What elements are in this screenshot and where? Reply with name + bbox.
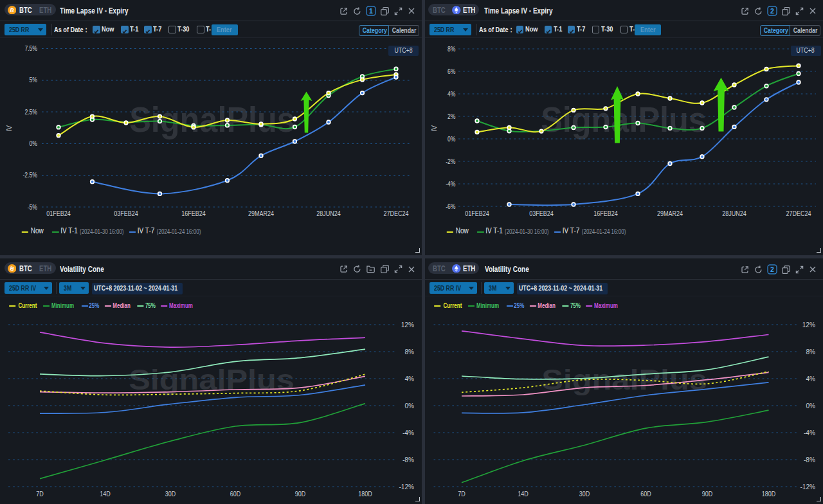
svg-text:2%: 2% bbox=[448, 113, 455, 120]
svg-text:-8%: -8% bbox=[402, 456, 414, 464]
svg-text:-5%: -5% bbox=[28, 203, 37, 211]
svg-text:7.5%: 7.5% bbox=[24, 44, 37, 52]
svg-text:-2.5%: -2.5% bbox=[23, 171, 38, 179]
svg-text:4%: 4% bbox=[404, 375, 414, 382]
svg-text:8%: 8% bbox=[806, 348, 815, 356]
svg-text:2: 2 bbox=[770, 7, 774, 15]
svg-text:14D: 14D bbox=[518, 490, 529, 498]
svg-text:03FEB24: 03FEB24 bbox=[114, 210, 138, 217]
svg-text:2.5%: 2.5% bbox=[24, 108, 37, 116]
svg-text:-4%: -4% bbox=[446, 180, 455, 188]
svg-text:IV: IV bbox=[430, 125, 438, 132]
svg-text:29MAR24: 29MAR24 bbox=[248, 210, 274, 217]
svg-text:16FEB24: 16FEB24 bbox=[181, 210, 206, 217]
svg-text:180D: 180D bbox=[358, 490, 372, 498]
svg-text:180D: 180D bbox=[762, 490, 776, 498]
svg-text:-12%: -12% bbox=[800, 483, 815, 491]
svg-text:7D: 7D bbox=[458, 490, 466, 498]
svg-text:-12%: -12% bbox=[399, 483, 414, 491]
svg-text:-6%: -6% bbox=[446, 203, 455, 210]
svg-text:01FEB24: 01FEB24 bbox=[46, 210, 71, 217]
svg-text:0%: 0% bbox=[806, 402, 815, 410]
svg-text:29MAR24: 29MAR24 bbox=[657, 210, 683, 217]
svg-text:14D: 14D bbox=[100, 490, 111, 498]
svg-text:-4%: -4% bbox=[402, 429, 414, 437]
svg-text:16FEB24: 16FEB24 bbox=[593, 210, 618, 217]
svg-text:-2%: -2% bbox=[446, 158, 455, 165]
svg-text:60D: 60D bbox=[640, 490, 651, 498]
svg-text:27DEC24: 27DEC24 bbox=[786, 210, 811, 217]
svg-text:28JUN24: 28JUN24 bbox=[316, 210, 341, 217]
svg-text:IV: IV bbox=[5, 125, 13, 132]
svg-text:4%: 4% bbox=[806, 375, 815, 382]
svg-text:60D: 60D bbox=[230, 490, 241, 498]
svg-text:90D: 90D bbox=[702, 490, 713, 498]
svg-text:01FEB24: 01FEB24 bbox=[465, 210, 489, 217]
svg-text:4%: 4% bbox=[448, 90, 455, 98]
svg-text:30D: 30D bbox=[165, 490, 176, 498]
svg-text:27DEC24: 27DEC24 bbox=[383, 210, 408, 217]
svg-text:-4%: -4% bbox=[804, 429, 815, 437]
svg-text:5%: 5% bbox=[30, 76, 37, 84]
svg-text:6%: 6% bbox=[448, 68, 455, 75]
svg-text:28JUN24: 28JUN24 bbox=[722, 210, 746, 217]
svg-text:12%: 12% bbox=[802, 321, 815, 328]
svg-text:1: 1 bbox=[369, 7, 373, 15]
svg-text:7D: 7D bbox=[36, 490, 44, 498]
svg-text:0%: 0% bbox=[448, 135, 455, 143]
svg-text:30D: 30D bbox=[579, 490, 590, 498]
svg-text:8%: 8% bbox=[448, 45, 455, 53]
svg-text:12%: 12% bbox=[401, 321, 414, 328]
svg-text:03FEB24: 03FEB24 bbox=[529, 210, 554, 217]
svg-text:0%: 0% bbox=[30, 140, 37, 147]
svg-text:90D: 90D bbox=[295, 490, 306, 498]
svg-text:0%: 0% bbox=[404, 402, 414, 410]
svg-text:8%: 8% bbox=[404, 348, 414, 356]
svg-text:-8%: -8% bbox=[804, 456, 815, 464]
svg-text:2: 2 bbox=[770, 266, 774, 273]
